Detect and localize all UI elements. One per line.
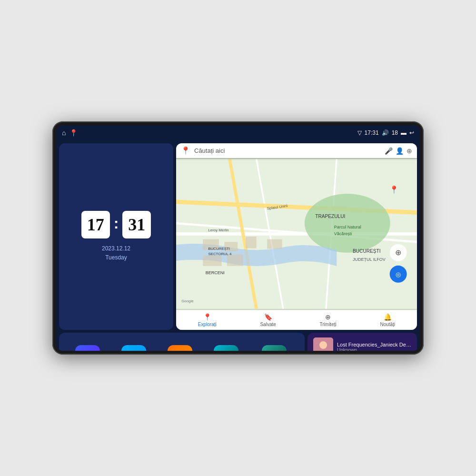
bottom-row: Apps Maps [59, 333, 417, 351]
app-item-apps[interactable]: Apps [75, 345, 100, 351]
clock-widget: 17 : 31 2023.12.12 Tuesday [59, 143, 173, 330]
music-details: Lost Frequencies_Janieck Devy-... Unknow… [337, 342, 411, 351]
music-widget: Lost Frequencies_Janieck Devy-... Unknow… [307, 333, 417, 351]
svg-text:◎: ◎ [396, 271, 401, 278]
music-artist: Unknown [337, 347, 411, 351]
home-icon[interactable]: ⌂ [62, 129, 66, 137]
map-tab-noutati[interactable]: 🔔 Noutăți [380, 313, 395, 327]
svg-text:BERCENI: BERCENI [206, 270, 225, 275]
mic-icon[interactable]: 🎤 [385, 147, 393, 155]
map-area[interactable]: TRAPEZULUI BUCUREȘTI JUDEȚUL ILFOV Parcu… [176, 158, 417, 310]
svg-point-44 [319, 341, 327, 349]
status-bar-left: ⌂ 📍 [62, 129, 78, 137]
music-thumb-image [313, 337, 333, 351]
svg-text:Google: Google [181, 299, 194, 303]
account-icon[interactable]: 👤 [396, 147, 404, 155]
battery-level: 18 [392, 129, 398, 136]
top-row: 17 : 31 2023.12.12 Tuesday [59, 143, 417, 330]
app-grid: Apps Maps [59, 333, 305, 351]
map-tab-explorați[interactable]: 📍 Explorați [198, 313, 217, 327]
carlink-icon [262, 345, 287, 351]
clock-minutes: 31 [128, 215, 145, 234]
svg-text:JUDEȚUL ILFOV: JUDEȚUL ILFOV [353, 257, 386, 262]
bluetooth-icon [214, 345, 238, 351]
map-search-bar[interactable]: 📍 Căutați aici 🎤 👤 ⊕ [176, 143, 417, 158]
svg-rect-11 [267, 239, 282, 249]
clock-separator: : [114, 215, 119, 232]
main-content: 17 : 31 2023.12.12 Tuesday [56, 140, 420, 351]
maps-status-icon[interactable]: 📍 [69, 129, 78, 137]
app-item-maps[interactable]: Maps [121, 345, 146, 351]
clock-date: 2023.12.12 Tuesday [102, 244, 130, 262]
app-item-radio[interactable]: FM radio [168, 345, 192, 351]
map-bottom-bar: 📍 Explorați 🔖 Salvate ⊕ Trimiteți 🔔 [176, 310, 417, 330]
app-item-carlink[interactable]: Car Link 2.0 [260, 345, 288, 351]
svg-rect-12 [203, 255, 221, 266]
volume-icon: 🔊 [382, 129, 389, 136]
map-widget[interactable]: 📍 Căutați aici 🎤 👤 ⊕ [176, 143, 417, 330]
status-time: 17:31 [365, 129, 379, 136]
map-pin-icon: 📍 [181, 146, 190, 155]
svg-text:BUCUREȘTI: BUCUREȘTI [208, 247, 229, 251]
map-search-icons: 🎤 👤 ⊕ [385, 147, 412, 155]
svg-text:TRAPEZULUI: TRAPEZULUI [315, 214, 345, 219]
svg-text:Parcul Natural: Parcul Natural [334, 225, 361, 229]
maps-icon [121, 345, 146, 351]
clock-display: 17 : 31 [81, 211, 151, 238]
radio-icon: FM [168, 345, 192, 351]
signal-icon: ▽ [357, 129, 362, 136]
device-screen: ⌂ 📍 ▽ 17:31 🔊 18 ▬ ↩ 17 [56, 125, 420, 351]
clock-hours: 17 [87, 215, 104, 234]
car-headunit-device: ⌂ 📍 ▽ 17:31 🔊 18 ▬ ↩ 17 [52, 121, 424, 355]
status-bar: ⌂ 📍 ▽ 17:31 🔊 18 ▬ ↩ [56, 125, 420, 140]
svg-text:⊕: ⊕ [395, 248, 401, 257]
status-bar-right: ▽ 17:31 🔊 18 ▬ ↩ [357, 129, 414, 136]
map-search-placeholder[interactable]: Căutați aici [194, 147, 381, 154]
svg-text:BUCUREȘTI: BUCUREȘTI [353, 248, 380, 254]
svg-point-7 [305, 194, 390, 253]
svg-text:Leroy Merlin: Leroy Merlin [208, 228, 228, 232]
apps-icon [75, 345, 100, 351]
music-title: Lost Frequencies_Janieck Devy-... [337, 342, 411, 347]
music-info: Lost Frequencies_Janieck Devy-... Unknow… [313, 337, 411, 351]
battery-icon: ▬ [401, 129, 407, 136]
svg-text:Văcărești: Văcărești [334, 231, 352, 236]
app-item-bluetooth[interactable]: Bluetooth [214, 345, 238, 351]
clock-hours-block: 17 [81, 211, 110, 238]
back-icon[interactable]: ↩ [409, 129, 414, 136]
layers-icon[interactable]: ⊕ [407, 147, 412, 155]
clock-minutes-block: 31 [122, 211, 151, 238]
map-tab-salvate[interactable]: 🔖 Salvate [260, 313, 276, 327]
music-thumbnail [313, 337, 333, 351]
map-tab-trimiteti[interactable]: ⊕ Trimiteți [320, 313, 337, 327]
svg-rect-10 [246, 237, 256, 248]
svg-text:📍: 📍 [389, 185, 399, 194]
svg-text:SECTORUL 4: SECTORUL 4 [208, 252, 232, 256]
